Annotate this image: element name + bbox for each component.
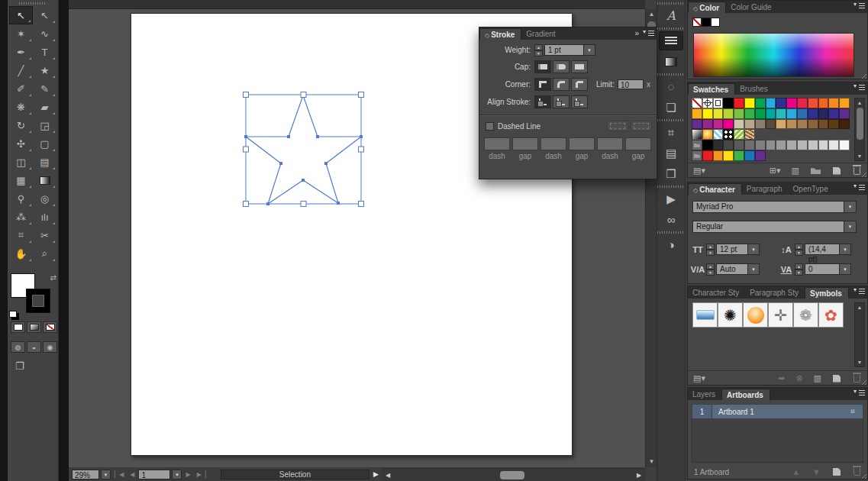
swatch-0-7[interactable] [766,98,776,108]
swatch-5-6[interactable] [755,150,766,161]
swatch-4-3[interactable] [723,140,734,150]
symbol-orange-orb[interactable] [743,302,768,328]
color-panel-menu-icon[interactable] [853,2,865,9]
weight-combo[interactable]: 1 pt ▼ [544,44,595,56]
font-family-value[interactable]: Myriad Pro [692,201,844,213]
blob-brush-tool[interactable]: ❋ [9,98,33,116]
tab-character[interactable]: ◇Character [688,183,742,195]
swatch-1-11[interactable] [808,108,818,119]
font-style-combo[interactable]: Regular ▼ [692,221,857,233]
align-outside-button[interactable] [571,95,588,108]
symbol-flower[interactable]: ✿ [818,302,844,328]
delete-symbol-icon[interactable] [853,375,860,383]
panel-resize-grip[interactable] [860,472,866,479]
new-color-group-icon[interactable] [811,167,821,174]
symbol-printer-marks[interactable]: ✛ [768,302,793,328]
tab-symbols[interactable]: Symbols [805,287,849,299]
cap-round-button[interactable] [553,60,570,73]
drawing-mode-0-button[interactable]: ◍ [11,341,25,353]
pen-tool[interactable]: ✒ [9,43,33,61]
drawing-mode-1-button[interactable]: ◒ [27,341,41,353]
align-dash-button[interactable] [631,121,652,131]
swatch-2-5[interactable] [744,119,755,130]
swatch-4-12[interactable] [818,140,829,150]
align-inside-button[interactable] [553,95,570,108]
dock-grip[interactable] [657,73,685,76]
zoom-level-field[interactable]: 29% [72,470,99,479]
swatch-4-13[interactable] [828,140,839,150]
rotate-tool[interactable]: ↻ [9,116,33,134]
tracking-value[interactable]: 0 [805,263,840,275]
swatch-2-2[interactable] [713,119,724,130]
swatch-4-11[interactable] [808,140,818,150]
swatch-2-4[interactable] [734,119,744,130]
tab-character-styles[interactable]: Character Sty [688,287,745,299]
swatch-1-14[interactable] [839,108,850,119]
swatch-0-12[interactable] [818,98,829,108]
swatch-1-13[interactable] [828,108,839,119]
symbols-scrollbar[interactable]: ▲ ▼ [854,302,865,367]
pathfinder-panel-icon[interactable]: ❒ [659,164,683,183]
swatch-0-5[interactable] [744,98,755,108]
cap-butt-button[interactable] [534,60,551,73]
column-graph-tool[interactable]: ılı [33,208,56,226]
swatch-2-8[interactable] [776,119,786,130]
gradient-panel-icon[interactable] [659,52,683,71]
swatch-1-5[interactable] [744,108,755,119]
tab-layers[interactable]: Layers [688,389,721,400]
appearance-panel-icon[interactable]: ◌ [659,77,683,96]
black-proxy-swatch[interactable] [702,18,711,27]
character-panel-menu-icon[interactable] [853,184,865,191]
gradient-tool[interactable] [33,171,56,189]
status-menu-arrow-icon[interactable]: ▶ [371,470,381,478]
scroll-down-icon[interactable]: ▼ [855,152,864,160]
swatch-0-6[interactable] [755,98,766,108]
swatch-1-4[interactable] [734,108,744,119]
swatch-2-13[interactable] [828,119,839,130]
previous-artboard-button[interactable]: ◀ [127,471,137,478]
line-segment-tool[interactable]: ╱ [9,61,33,79]
symbol-sprayer-tool[interactable]: ⁂ [9,208,33,226]
dash-input[interactable] [484,137,510,150]
swatch-group-folder[interactable] [692,140,702,150]
scroll-up-icon[interactable]: ▲ [646,9,657,20]
swatch-2-14[interactable] [839,119,850,130]
symbol-options-icon[interactable]: ▥ [814,373,821,383]
swatch-3-2[interactable] [713,129,724,140]
lasso-tool[interactable]: ∿ [33,24,56,43]
artboards-panel-menu-icon[interactable] [853,389,865,396]
swatch-5-5[interactable] [744,150,755,161]
scroll-down-icon[interactable]: ▼ [646,457,657,467]
swatch-4-14[interactable] [839,140,850,150]
swatch-3-5[interactable] [744,129,755,140]
last-artboard-button[interactable]: ▶▕ [195,471,208,478]
stroke-panel-menu-icon[interactable] [643,30,654,37]
swatch-2-1[interactable] [702,119,713,130]
gap-input[interactable] [625,137,651,150]
type-tool[interactable]: T [33,43,56,61]
perspective-grid-tool[interactable]: ▤ [33,153,56,171]
first-artboard-button[interactable]: ▏◀ [112,471,126,478]
swatch-0-13[interactable] [828,98,839,108]
color-spectrum-bar[interactable] [693,33,854,77]
free-transform-tool[interactable]: ▢ [33,134,56,153]
swatch-2-12[interactable] [818,119,829,130]
scale-tool[interactable]: ◲ [33,116,56,134]
swatch-5-3[interactable] [723,150,734,161]
none-button[interactable] [43,321,57,333]
tab-paragraph[interactable]: Paragraph [742,183,789,195]
pencil-tool[interactable]: ✎ [33,79,56,98]
transparency-panel-icon[interactable]: ◑ [659,235,683,254]
swatch-5-2[interactable] [713,150,724,161]
symbols-panel-menu-icon[interactable] [853,288,865,295]
move-artboard-down-icon[interactable]: ▼ [812,467,821,476]
swatch-2-7[interactable] [766,119,776,130]
gradient-button[interactable] [27,321,41,333]
symbol-ink-splat[interactable]: ✺ [718,302,743,328]
font-size-value[interactable]: 12 pt [716,244,748,255]
artboard-icon[interactable]: ⌗ [847,407,858,416]
tab-swatches[interactable]: Swatches [688,83,735,95]
direct-selection-tool[interactable]: ↖ [33,6,56,24]
drawing-mode-2-button[interactable]: ◉ [43,341,57,353]
swatch-2-10[interactable] [797,119,808,130]
